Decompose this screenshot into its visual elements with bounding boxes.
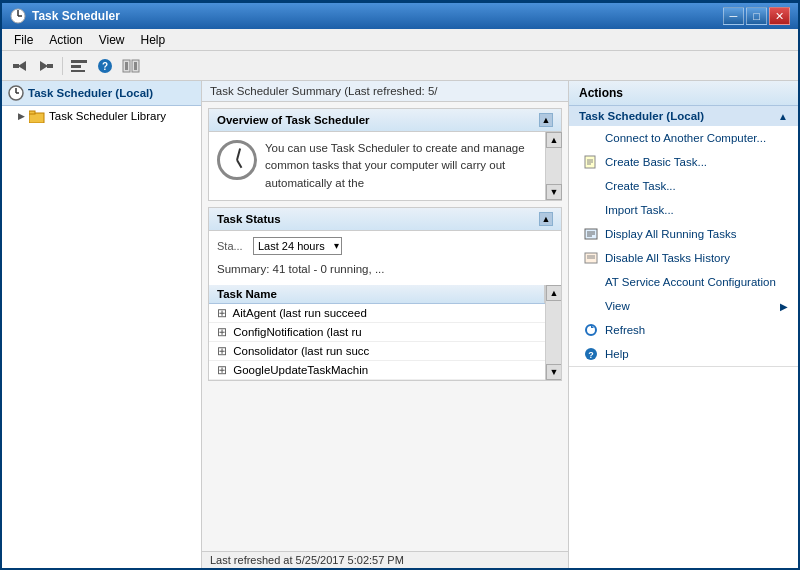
svg-rect-20 [29, 111, 35, 114]
close-button[interactable]: ✕ [769, 7, 790, 25]
action-section-local-header: Task Scheduler (Local) ▲ [569, 106, 798, 126]
sidebar-item-library[interactable]: ▶ Task Scheduler Library [2, 106, 201, 126]
svg-rect-6 [47, 64, 53, 68]
action-create-task[interactable]: Create Task... [569, 174, 798, 198]
svg-text:?: ? [588, 350, 594, 360]
task-status-title: Task Status [217, 213, 281, 225]
menu-view[interactable]: View [91, 31, 133, 49]
expand-arrow: ▶ [18, 111, 25, 121]
overview-section: Overview of Task Scheduler ▲ You can use… [208, 108, 562, 201]
task-status-content: Sta... Last 24 hours Last Hour Last Week… [209, 231, 561, 285]
main-window: Task Scheduler ─ □ ✕ File Action View He… [0, 0, 800, 570]
table-row[interactable]: ⊞ AitAgent (last run succeed [209, 303, 545, 322]
table-scroll-down[interactable]: ▼ [546, 364, 561, 380]
overview-content: You can use Task Scheduler to create and… [209, 132, 545, 200]
task-expand-icon: ⊞ [217, 307, 227, 319]
show-hide-button[interactable] [67, 55, 91, 77]
task-expand-icon: ⊞ [217, 364, 227, 376]
overview-header: Overview of Task Scheduler ▲ [209, 109, 561, 132]
table-row[interactable]: ⊞ GoogleUpdateTaskMachin [209, 360, 545, 379]
task-table-scroll: Task Name ⊞ AitAgent (last run succeed [209, 285, 545, 380]
help-button[interactable]: ? [93, 55, 117, 77]
summary-text: Summary: 41 total - 0 running, ... [217, 259, 553, 279]
table-row[interactable]: ⊞ ConfigNotification (last ru [209, 322, 545, 341]
status-filter-label: Sta... [217, 240, 247, 252]
menu-file[interactable]: File [6, 31, 41, 49]
menu-help[interactable]: Help [133, 31, 174, 49]
time-filter-select[interactable]: Last 24 hours Last Hour Last Week Last M… [253, 237, 342, 255]
svg-rect-4 [13, 64, 19, 68]
action-section-title: Task Scheduler (Local) [579, 110, 704, 122]
main-layout: Task Scheduler (Local) ▶ Task Scheduler … [2, 81, 798, 568]
overview-scroll-down[interactable]: ▼ [546, 184, 562, 200]
action-section-local: Task Scheduler (Local) ▲ Connect to Anot… [569, 106, 798, 367]
create-basic-icon [583, 154, 599, 170]
table-scroll-up[interactable]: ▲ [546, 285, 561, 301]
sidebar-header: Task Scheduler (Local) [2, 81, 201, 106]
submenu-arrow-icon: ▶ [780, 301, 788, 312]
content-header-text: Task Scheduler Summary (Last refreshed: … [210, 85, 438, 97]
sidebar: Task Scheduler (Local) ▶ Task Scheduler … [2, 81, 202, 568]
task-expand-icon: ⊞ [217, 326, 227, 338]
toolbar-separator-1 [62, 57, 63, 75]
sidebar-root-label: Task Scheduler (Local) [28, 87, 153, 99]
app-icon [10, 8, 26, 24]
task-status-collapse-button[interactable]: ▲ [539, 212, 553, 226]
connect-icon [583, 130, 599, 146]
action-create-basic-task[interactable]: Create Basic Task... [569, 150, 798, 174]
svg-text:?: ? [102, 61, 108, 72]
folder-icon [29, 109, 45, 123]
task-expand-icon: ⊞ [217, 345, 227, 357]
task-name-cell: ⊞ ConfigNotification (last ru [209, 322, 545, 341]
task-status-header: Task Status ▲ [209, 208, 561, 231]
action-import-task[interactable]: Import Task... [569, 198, 798, 222]
svg-rect-9 [71, 70, 85, 72]
minimize-button[interactable]: ─ [723, 7, 744, 25]
action-refresh[interactable]: Refresh [569, 318, 798, 342]
svg-rect-8 [71, 65, 81, 68]
task-status-section: Task Status ▲ Sta... Last 24 hours Last … [208, 207, 562, 381]
create-task-icon [583, 178, 599, 194]
forward-button[interactable] [34, 55, 58, 77]
at-service-icon [583, 274, 599, 290]
section-collapse-icon: ▲ [778, 111, 788, 122]
content-header: Task Scheduler Summary (Last refreshed: … [202, 81, 568, 102]
status-text: Last refreshed at 5/25/2017 5:02:57 PM [210, 554, 404, 566]
restore-button[interactable]: □ [746, 7, 767, 25]
actions-panel: Actions Task Scheduler (Local) ▲ Connect… [568, 81, 798, 568]
menu-action[interactable]: Action [41, 31, 90, 49]
svg-rect-15 [134, 62, 137, 70]
action-disable-history[interactable]: Disable All Tasks History [569, 246, 798, 270]
title-bar-left: Task Scheduler [10, 8, 120, 24]
library-label: Task Scheduler Library [49, 110, 166, 122]
task-name-cell: ⊞ Consolidator (last run succ [209, 341, 545, 360]
status-filter-row: Sta... Last 24 hours Last Hour Last Week… [217, 237, 553, 255]
action-connect-computer[interactable]: Connect to Another Computer... [569, 126, 798, 150]
action-help[interactable]: ? Help [569, 342, 798, 366]
status-bar: Last refreshed at 5/25/2017 5:02:57 PM [202, 551, 568, 568]
refresh-button[interactable] [119, 55, 143, 77]
actions-list: Task Scheduler (Local) ▲ Connect to Anot… [569, 106, 798, 568]
center-panel: Task Scheduler Summary (Last refreshed: … [202, 81, 568, 568]
col-task-name: Task Name [209, 285, 545, 304]
title-bar: Task Scheduler ─ □ ✕ [2, 3, 798, 29]
menu-bar: File Action View Help [2, 29, 798, 51]
action-at-service[interactable]: AT Service Account Configuration [569, 270, 798, 294]
task-table-container: Task Name ⊞ AitAgent (last run succeed [209, 285, 561, 380]
running-tasks-icon [583, 226, 599, 242]
content-body: Overview of Task Scheduler ▲ You can use… [202, 102, 568, 551]
actions-header: Actions [569, 81, 798, 106]
action-display-running[interactable]: Display All Running Tasks [569, 222, 798, 246]
action-view[interactable]: View ▶ [569, 294, 798, 318]
clock-icon [217, 140, 257, 180]
overview-title: Overview of Task Scheduler [217, 114, 370, 126]
svg-marker-5 [40, 61, 48, 71]
table-row[interactable]: ⊞ Consolidator (last run succ [209, 341, 545, 360]
overview-scroll-up[interactable]: ▲ [546, 132, 562, 148]
view-icon [583, 298, 599, 314]
task-name-cell: ⊞ GoogleUpdateTaskMachin [209, 360, 545, 379]
back-button[interactable] [8, 55, 32, 77]
svg-rect-13 [125, 62, 128, 70]
overview-collapse-button[interactable]: ▲ [539, 113, 553, 127]
overview-text: You can use Task Scheduler to create and… [265, 140, 537, 192]
